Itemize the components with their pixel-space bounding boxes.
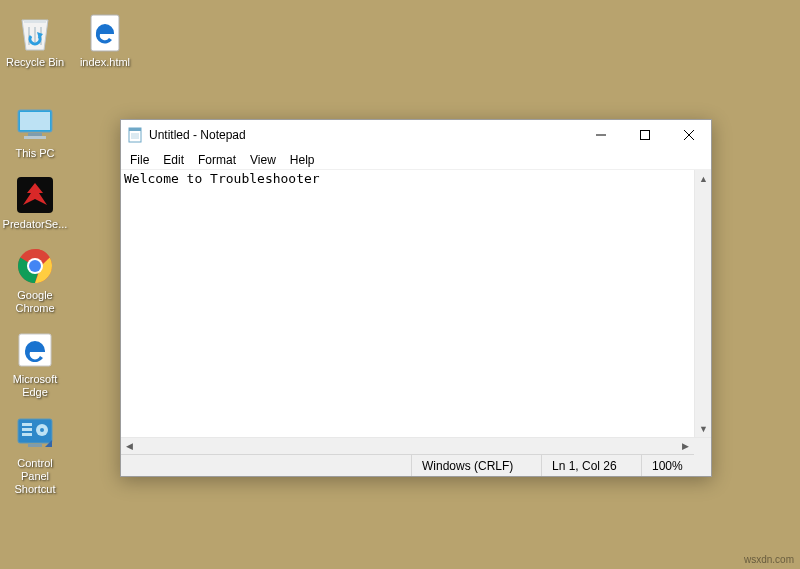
status-zoom: 100%	[641, 455, 711, 476]
scroll-right-icon[interactable]: ▶	[677, 438, 694, 455]
predator-icon	[14, 174, 56, 216]
svg-point-18	[40, 428, 44, 432]
desktop-icon-label: Recycle Bin	[6, 56, 64, 69]
close-button[interactable]	[667, 120, 711, 150]
desktop-icon-label: index.html	[80, 56, 130, 69]
status-position: Ln 1, Col 26	[541, 455, 641, 476]
maximize-button[interactable]	[623, 120, 667, 150]
scrollbar-corner	[694, 438, 711, 455]
desktop-icon-this-pc[interactable]: This PC	[0, 99, 70, 170]
status-encoding: Windows (CRLF)	[411, 455, 541, 476]
vertical-scrollbar[interactable]: ▲ ▼	[694, 170, 711, 437]
menu-help[interactable]: Help	[283, 152, 322, 168]
svg-rect-14	[22, 423, 32, 426]
control-panel-icon	[14, 413, 56, 455]
notepad-window: Untitled - Notepad File Edit Format View…	[120, 119, 712, 477]
scroll-left-icon[interactable]: ◀	[121, 438, 138, 455]
desktop: Recycle Bin index.html This PC	[0, 0, 140, 506]
svg-rect-27	[641, 131, 650, 140]
svg-rect-15	[22, 428, 32, 431]
svg-rect-19	[28, 444, 42, 447]
scroll-up-icon[interactable]: ▲	[695, 170, 712, 187]
desktop-icon-control-panel[interactable]: Control Panel Shortcut	[0, 409, 70, 506]
svg-rect-6	[28, 133, 42, 136]
menu-format[interactable]: Format	[191, 152, 243, 168]
svg-rect-7	[24, 136, 46, 139]
svg-marker-1	[24, 20, 46, 23]
scroll-down-icon[interactable]: ▼	[695, 420, 712, 437]
statusbar: Windows (CRLF) Ln 1, Col 26 100%	[121, 454, 711, 476]
this-pc-icon	[14, 103, 56, 145]
desktop-icon-predator[interactable]: PredatorSe...	[0, 170, 70, 241]
svg-rect-22	[129, 128, 141, 131]
svg-rect-5	[20, 112, 50, 130]
desktop-icon-label: PredatorSe...	[3, 218, 68, 231]
notepad-icon	[127, 127, 143, 143]
desktop-icon-label: This PC	[15, 147, 54, 160]
menu-view[interactable]: View	[243, 152, 283, 168]
svg-point-11	[29, 260, 41, 272]
desktop-icon-label: Microsoft Edge	[2, 373, 68, 399]
menu-edit[interactable]: Edit	[156, 152, 191, 168]
desktop-icon-label: Control Panel Shortcut	[2, 457, 68, 496]
desktop-icon-label: Google Chrome	[2, 289, 68, 315]
menubar: File Edit Format View Help	[121, 150, 711, 169]
minimize-button[interactable]	[579, 120, 623, 150]
desktop-icon-chrome[interactable]: Google Chrome	[0, 241, 70, 325]
editor-area: Welcome to Troubleshooter ▲ ▼	[121, 169, 711, 437]
edge-file-icon	[84, 12, 126, 54]
text-content[interactable]: Welcome to Troubleshooter	[121, 170, 694, 437]
desktop-icon-index-html[interactable]: index.html	[70, 8, 140, 79]
watermark: wsxdn.com	[744, 554, 794, 565]
titlebar[interactable]: Untitled - Notepad	[121, 120, 711, 150]
menu-file[interactable]: File	[123, 152, 156, 168]
svg-rect-16	[22, 433, 32, 436]
horizontal-scrollbar[interactable]: ◀ ▶	[121, 437, 711, 454]
desktop-icon-edge[interactable]: Microsoft Edge	[0, 325, 70, 409]
chrome-icon	[14, 245, 56, 287]
recycle-bin-icon	[14, 12, 56, 54]
edge-icon	[14, 329, 56, 371]
window-title: Untitled - Notepad	[149, 128, 579, 142]
desktop-icon-recycle-bin[interactable]: Recycle Bin	[0, 8, 70, 79]
